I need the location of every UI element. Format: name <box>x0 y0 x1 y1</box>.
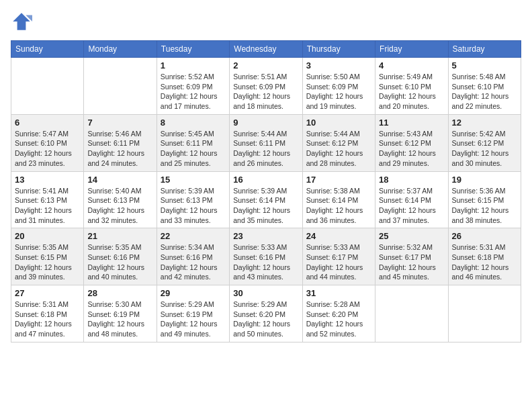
day-info: Sunrise: 5:47 AM Sunset: 6:10 PM Dayligh… <box>15 129 80 169</box>
calendar-cell: 2Sunrise: 5:51 AM Sunset: 6:09 PM Daylig… <box>230 58 302 115</box>
calendar-cell <box>11 58 84 115</box>
calendar-cell: 14Sunrise: 5:40 AM Sunset: 6:13 PM Dayli… <box>84 171 157 228</box>
calendar-cell: 29Sunrise: 5:29 AM Sunset: 6:19 PM Dayli… <box>157 285 229 342</box>
day-number: 21 <box>87 231 152 241</box>
day-info: Sunrise: 5:50 AM Sunset: 6:09 PM Dayligh… <box>306 72 371 111</box>
calendar-cell: 8Sunrise: 5:45 AM Sunset: 6:11 PM Daylig… <box>157 114 229 171</box>
day-number: 18 <box>379 175 444 185</box>
day-number: 3 <box>306 60 371 71</box>
day-number: 17 <box>306 175 371 185</box>
day-info: Sunrise: 5:39 AM Sunset: 6:13 PM Dayligh… <box>161 186 226 226</box>
weekday-header-monday: Monday <box>84 41 157 58</box>
weekday-header-saturday: Saturday <box>448 41 521 58</box>
calendar-cell: 12Sunrise: 5:42 AM Sunset: 6:12 PM Dayli… <box>448 114 521 171</box>
day-number: 30 <box>233 288 298 298</box>
calendar-cell: 18Sunrise: 5:37 AM Sunset: 6:14 PM Dayli… <box>375 171 448 228</box>
calendar-week-1: 1Sunrise: 5:52 AM Sunset: 6:09 PM Daylig… <box>11 58 521 115</box>
day-number: 29 <box>161 288 226 298</box>
day-info: Sunrise: 5:28 AM Sunset: 6:20 PM Dayligh… <box>306 300 371 339</box>
weekday-header-wednesday: Wednesday <box>230 41 302 58</box>
day-info: Sunrise: 5:41 AM Sunset: 6:13 PM Dayligh… <box>15 186 80 226</box>
day-number: 13 <box>15 175 80 185</box>
day-number: 14 <box>87 175 152 185</box>
calendar-cell: 25Sunrise: 5:32 AM Sunset: 6:17 PM Dayli… <box>375 228 448 285</box>
calendar-cell: 30Sunrise: 5:29 AM Sunset: 6:20 PM Dayli… <box>230 285 302 342</box>
calendar-cell: 22Sunrise: 5:34 AM Sunset: 6:16 PM Dayli… <box>157 228 229 285</box>
day-number: 4 <box>379 60 444 71</box>
day-number: 24 <box>306 231 371 241</box>
calendar-cell: 20Sunrise: 5:35 AM Sunset: 6:15 PM Dayli… <box>11 228 84 285</box>
day-info: Sunrise: 5:33 AM Sunset: 6:17 PM Dayligh… <box>306 242 371 282</box>
calendar-week-2: 6Sunrise: 5:47 AM Sunset: 6:10 PM Daylig… <box>11 114 521 171</box>
calendar-cell: 6Sunrise: 5:47 AM Sunset: 6:10 PM Daylig… <box>11 114 84 171</box>
calendar-cell: 19Sunrise: 5:36 AM Sunset: 6:15 PM Dayli… <box>448 171 521 228</box>
day-info: Sunrise: 5:36 AM Sunset: 6:15 PM Dayligh… <box>452 186 517 226</box>
day-number: 7 <box>87 118 152 128</box>
day-number: 26 <box>452 231 517 241</box>
day-info: Sunrise: 5:43 AM Sunset: 6:12 PM Dayligh… <box>379 129 444 169</box>
calendar-cell: 9Sunrise: 5:44 AM Sunset: 6:11 PM Daylig… <box>230 114 302 171</box>
day-info: Sunrise: 5:30 AM Sunset: 6:19 PM Dayligh… <box>87 300 152 339</box>
day-info: Sunrise: 5:32 AM Sunset: 6:17 PM Dayligh… <box>379 242 444 282</box>
day-info: Sunrise: 5:35 AM Sunset: 6:16 PM Dayligh… <box>87 242 152 282</box>
calendar-cell: 24Sunrise: 5:33 AM Sunset: 6:17 PM Dayli… <box>302 228 375 285</box>
day-info: Sunrise: 5:44 AM Sunset: 6:12 PM Dayligh… <box>306 129 371 169</box>
weekday-header-tuesday: Tuesday <box>157 41 229 58</box>
page-header <box>11 11 521 32</box>
calendar-cell: 21Sunrise: 5:35 AM Sunset: 6:16 PM Dayli… <box>84 228 157 285</box>
calendar-cell: 23Sunrise: 5:33 AM Sunset: 6:16 PM Dayli… <box>230 228 302 285</box>
day-number: 20 <box>15 231 80 241</box>
day-number: 12 <box>452 118 517 128</box>
day-info: Sunrise: 5:40 AM Sunset: 6:13 PM Dayligh… <box>87 186 152 226</box>
day-info: Sunrise: 5:34 AM Sunset: 6:16 PM Dayligh… <box>161 242 226 282</box>
day-info: Sunrise: 5:29 AM Sunset: 6:19 PM Dayligh… <box>161 300 226 339</box>
day-info: Sunrise: 5:45 AM Sunset: 6:11 PM Dayligh… <box>161 129 226 169</box>
calendar-cell: 15Sunrise: 5:39 AM Sunset: 6:13 PM Dayli… <box>157 171 229 228</box>
calendar-cell: 26Sunrise: 5:31 AM Sunset: 6:18 PM Dayli… <box>448 228 521 285</box>
calendar-cell <box>84 58 157 115</box>
day-number: 28 <box>87 288 152 298</box>
logo-icon <box>11 11 32 32</box>
day-number: 31 <box>306 288 371 298</box>
day-number: 1 <box>161 60 226 71</box>
calendar-week-3: 13Sunrise: 5:41 AM Sunset: 6:13 PM Dayli… <box>11 171 521 228</box>
calendar-cell: 27Sunrise: 5:31 AM Sunset: 6:18 PM Dayli… <box>11 285 84 342</box>
calendar-cell: 4Sunrise: 5:49 AM Sunset: 6:10 PM Daylig… <box>375 58 448 115</box>
day-number: 22 <box>161 231 226 241</box>
calendar-cell: 16Sunrise: 5:39 AM Sunset: 6:14 PM Dayli… <box>230 171 302 228</box>
calendar-cell: 10Sunrise: 5:44 AM Sunset: 6:12 PM Dayli… <box>302 114 375 171</box>
day-number: 5 <box>452 60 517 71</box>
day-number: 9 <box>233 118 298 128</box>
calendar-table: SundayMondayTuesdayWednesdayThursdayFrid… <box>11 40 521 342</box>
calendar-week-4: 20Sunrise: 5:35 AM Sunset: 6:15 PM Dayli… <box>11 228 521 285</box>
day-number: 27 <box>15 288 80 298</box>
day-number: 8 <box>161 118 226 128</box>
weekday-header-thursday: Thursday <box>302 41 375 58</box>
calendar-cell: 1Sunrise: 5:52 AM Sunset: 6:09 PM Daylig… <box>157 58 229 115</box>
day-info: Sunrise: 5:46 AM Sunset: 6:11 PM Dayligh… <box>87 129 152 169</box>
day-number: 2 <box>233 60 298 71</box>
day-info: Sunrise: 5:29 AM Sunset: 6:20 PM Dayligh… <box>233 300 298 339</box>
day-info: Sunrise: 5:35 AM Sunset: 6:15 PM Dayligh… <box>15 242 80 282</box>
day-info: Sunrise: 5:33 AM Sunset: 6:16 PM Dayligh… <box>233 242 298 282</box>
calendar-cell: 3Sunrise: 5:50 AM Sunset: 6:09 PM Daylig… <box>302 58 375 115</box>
calendar-cell: 31Sunrise: 5:28 AM Sunset: 6:20 PM Dayli… <box>302 285 375 342</box>
calendar-cell: 11Sunrise: 5:43 AM Sunset: 6:12 PM Dayli… <box>375 114 448 171</box>
calendar-week-5: 27Sunrise: 5:31 AM Sunset: 6:18 PM Dayli… <box>11 285 521 342</box>
weekday-header-row: SundayMondayTuesdayWednesdayThursdayFrid… <box>11 41 521 58</box>
calendar-cell: 17Sunrise: 5:38 AM Sunset: 6:14 PM Dayli… <box>302 171 375 228</box>
weekday-header-sunday: Sunday <box>11 41 84 58</box>
day-number: 15 <box>161 175 226 185</box>
day-info: Sunrise: 5:51 AM Sunset: 6:09 PM Dayligh… <box>233 72 298 111</box>
day-number: 19 <box>452 175 517 185</box>
day-info: Sunrise: 5:39 AM Sunset: 6:14 PM Dayligh… <box>233 186 298 226</box>
day-number: 16 <box>233 175 298 185</box>
calendar-cell <box>448 285 521 342</box>
day-number: 10 <box>306 118 371 128</box>
day-number: 6 <box>15 118 80 128</box>
day-number: 23 <box>233 231 298 241</box>
day-info: Sunrise: 5:52 AM Sunset: 6:09 PM Dayligh… <box>161 72 226 111</box>
day-info: Sunrise: 5:44 AM Sunset: 6:11 PM Dayligh… <box>233 129 298 169</box>
day-info: Sunrise: 5:49 AM Sunset: 6:10 PM Dayligh… <box>379 72 444 111</box>
day-info: Sunrise: 5:37 AM Sunset: 6:14 PM Dayligh… <box>379 186 444 226</box>
